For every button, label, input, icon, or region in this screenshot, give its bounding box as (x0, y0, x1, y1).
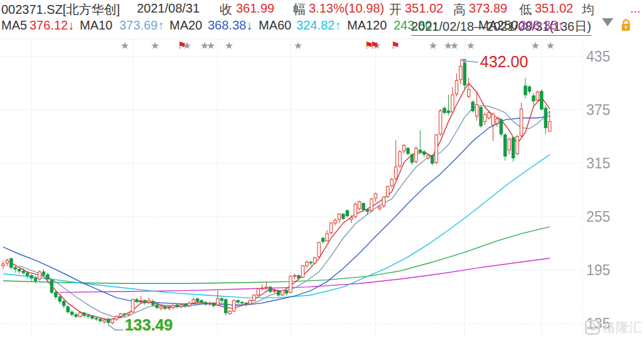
star-event-icon: ★ (466, 40, 475, 51)
star-event-icon: ★ (151, 40, 159, 51)
star-event-icon: ★ (450, 40, 459, 51)
chevron-down-icon[interactable] (602, 18, 613, 26)
flag-event-icon: ⚑ (178, 40, 186, 51)
date-range-selector[interactable]: 2021/02/18—2021/08/31(136日) (411, 18, 591, 36)
svg-text:195: 195 (586, 262, 610, 278)
flag-event-icon: ⚑ (370, 40, 379, 51)
kline-chart-svg: 435375315255195135★★★★★★★★★★★★★★⚑⚑⚑⚑ (0, 0, 644, 338)
star-event-icon: ★ (546, 40, 555, 51)
high-price-annotation: 432.00 (480, 53, 528, 71)
svg-text:435: 435 (586, 48, 610, 65)
gelonghui-logo-icon: G (585, 320, 600, 335)
svg-text:375: 375 (586, 102, 610, 118)
kline-chart-canvas[interactable]: 435375315255195135★★★★★★★★★★★★★★⚑⚑⚑⚑ 432… (0, 0, 644, 338)
star-event-icon: ★ (429, 40, 437, 51)
svg-text:315: 315 (586, 155, 610, 172)
gelonghui-watermark: G 格隆汇 (585, 319, 642, 336)
star-event-icon: ★ (225, 40, 233, 51)
svg-text:255: 255 (586, 209, 610, 225)
star-event-icon: ★ (121, 40, 129, 51)
star-event-icon: ★ (531, 40, 540, 51)
star-event-icon: ★ (294, 40, 303, 51)
flag-event-icon: ⚑ (391, 40, 400, 51)
unlock-icon[interactable] (619, 18, 633, 35)
star-event-icon: ★ (207, 40, 215, 51)
low-price-annotation: 133.49 (125, 316, 173, 334)
stock-chart-app: 002371.SZ[北方华创] 2021/08/31 收 361.99 幅 3.… (0, 0, 644, 338)
watermark-text: 格隆汇 (603, 319, 642, 336)
